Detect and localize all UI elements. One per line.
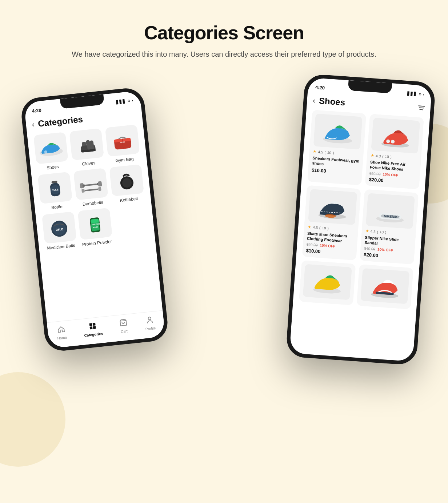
category-gloves-label: Gloves bbox=[81, 160, 96, 167]
filter-line-1 bbox=[418, 105, 425, 106]
category-gloves[interactable]: Gloves bbox=[69, 128, 105, 168]
filter-line-3 bbox=[419, 109, 423, 110]
category-dumbbells-thumb bbox=[73, 168, 108, 200]
category-bottle[interactable]: 25LB Bottle bbox=[37, 172, 73, 211]
svg-rect-37 bbox=[93, 326, 96, 329]
nav-categories[interactable]: Categories bbox=[83, 321, 103, 337]
category-medicine-balls-thumb: 25LB bbox=[42, 212, 77, 244]
product-4-name: Slipper Nike Slide Sandal bbox=[364, 235, 412, 249]
phone-2-screen-title: Shoes bbox=[319, 96, 345, 108]
svg-rect-36 bbox=[90, 326, 93, 329]
nav-categories-label: Categories bbox=[84, 331, 103, 337]
category-protein-powder-label: Protein Powder bbox=[82, 239, 112, 247]
phone-2-time: 4:20 bbox=[315, 84, 325, 90]
svg-rect-12 bbox=[51, 181, 57, 184]
category-shoes[interactable]: Shoes bbox=[33, 132, 69, 172]
category-gloves-thumb bbox=[69, 128, 104, 161]
category-dumbbells[interactable]: Dumbbells bbox=[73, 168, 109, 208]
star-icon: ★ bbox=[313, 149, 317, 154]
svg-rect-34 bbox=[89, 323, 92, 326]
svg-text:NIKE: NIKE bbox=[392, 215, 400, 219]
nav-cart-label: Cart bbox=[120, 329, 128, 334]
product-6-image bbox=[360, 268, 409, 304]
nav-home-label: Home bbox=[57, 335, 67, 340]
category-dumbbells-label: Dumbbells bbox=[82, 200, 103, 207]
phone-1-screen-title: Categories bbox=[37, 114, 83, 129]
svg-text:NIKE: NIKE bbox=[384, 214, 392, 218]
star-icon-3: ★ bbox=[308, 224, 312, 229]
svg-rect-20 bbox=[98, 181, 102, 186]
category-protein-powder-thumb: SERIOUS MASS bbox=[77, 208, 112, 240]
product-1-image bbox=[313, 114, 363, 150]
svg-point-38 bbox=[148, 317, 151, 320]
phones-area: 4:20 ▋▋▋ ⊙ ▪ ‹ Categories bbox=[0, 78, 448, 441]
phone-2-back-button[interactable]: ‹ bbox=[313, 96, 316, 105]
phone-shoes: 4:20 ▋▋▋ ⊙ ▪ ‹ Shoes bbox=[285, 73, 436, 365]
category-bottle-label: Bottle bbox=[51, 204, 63, 210]
phone-categories: 4:20 ▋▋▋ ⊙ ▪ ‹ Categories bbox=[20, 86, 169, 353]
svg-rect-17 bbox=[83, 184, 85, 187]
category-medicine-balls[interactable]: 25LB Medicine Balls bbox=[41, 212, 77, 251]
product-2-image bbox=[371, 118, 420, 154]
product-3[interactable]: ★ 4.5 (10) Skate shoe Sneakers Clothing … bbox=[302, 185, 361, 261]
product-6[interactable] bbox=[356, 264, 413, 309]
product-2[interactable]: ★ 4.3 (10) Shoe Nike Free Air Force Nike… bbox=[365, 114, 424, 189]
category-gym-bag-label: Gym Bag bbox=[115, 156, 134, 163]
products-grid: ★ 4.5 (10) Sneakers Footwear, gym shoes … bbox=[299, 110, 424, 311]
profile-icon bbox=[145, 315, 154, 326]
category-medicine-balls-label: Medicine Balls bbox=[47, 243, 75, 251]
category-shoes-label: Shoes bbox=[46, 164, 59, 170]
nav-profile[interactable]: Profile bbox=[144, 315, 156, 331]
nav-home[interactable]: Home bbox=[56, 325, 67, 340]
phone-1-status-icons: ▋▋▋ ⊙ ▪ bbox=[116, 98, 133, 104]
svg-rect-23 bbox=[98, 187, 101, 191]
product-3-image bbox=[308, 189, 357, 225]
category-gym-bag-thumb bbox=[105, 124, 140, 157]
svg-rect-7 bbox=[87, 141, 94, 150]
svg-rect-35 bbox=[93, 323, 96, 326]
page-header: Categories Screen We have categorized th… bbox=[0, 0, 448, 71]
product-5-image bbox=[303, 264, 352, 300]
phone-2-status-icons: ▋▋▋ ⊙ ▪ bbox=[407, 92, 424, 97]
categories-icon bbox=[88, 322, 97, 332]
product-1[interactable]: ★ 4.5 (10) Sneakers Footwear, gym shoes … bbox=[307, 110, 366, 185]
category-shoes-thumb bbox=[33, 132, 68, 164]
category-kettlebell-label: Kettlebell bbox=[120, 196, 138, 203]
home-icon bbox=[57, 325, 66, 335]
phone-2-content: ‹ Shoes bbox=[289, 92, 431, 362]
filter-line-2 bbox=[419, 107, 424, 108]
category-gym-bag[interactable]: Gym Bag bbox=[105, 124, 141, 164]
cart-icon bbox=[119, 318, 128, 329]
product-4[interactable]: NIKE NIKE ★ 4.3 (10) Slipper Nike Slide … bbox=[360, 189, 419, 265]
product-4-image: NIKE NIKE bbox=[366, 193, 415, 229]
category-kettlebell[interactable]: Kettlebell bbox=[109, 164, 145, 204]
star-icon-4: ★ bbox=[365, 229, 369, 234]
svg-rect-21 bbox=[81, 189, 85, 193]
category-protein-powder[interactable]: SERIOUS MASS Protein Powder bbox=[77, 208, 113, 247]
phone-1-time: 4:20 bbox=[32, 107, 41, 114]
product-5[interactable] bbox=[299, 260, 356, 305]
page-subtitle: We have categorized this into many. User… bbox=[0, 49, 448, 60]
category-bottle-thumb: 25LB bbox=[37, 172, 72, 204]
phone-1-screen: 4:20 ▋▋▋ ⊙ ▪ ‹ Categories bbox=[24, 90, 165, 349]
star-icon-2: ★ bbox=[371, 153, 375, 158]
product-2-name: Shoe Nike Free Air Force Nike Shoes bbox=[370, 159, 417, 173]
nav-cart[interactable]: Cart bbox=[119, 318, 128, 334]
svg-rect-18 bbox=[85, 183, 97, 186]
product-1-name: Sneakers Footwear, gym shoes bbox=[312, 155, 360, 169]
nav-profile-label: Profile bbox=[145, 326, 156, 331]
categories-grid: Shoes bbox=[33, 124, 149, 251]
phone-1-back-button[interactable]: ‹ bbox=[32, 120, 35, 129]
product-3-name: Skate shoe Sneakers Clothing Footwear bbox=[307, 230, 355, 244]
page-title: Categories Screen bbox=[0, 22, 448, 44]
category-kettlebell-thumb bbox=[109, 164, 144, 197]
filter-button[interactable] bbox=[418, 105, 425, 110]
svg-rect-22 bbox=[84, 188, 98, 191]
phone-2-screen: 4:20 ▋▋▋ ⊙ ▪ ‹ Shoes bbox=[289, 77, 432, 362]
